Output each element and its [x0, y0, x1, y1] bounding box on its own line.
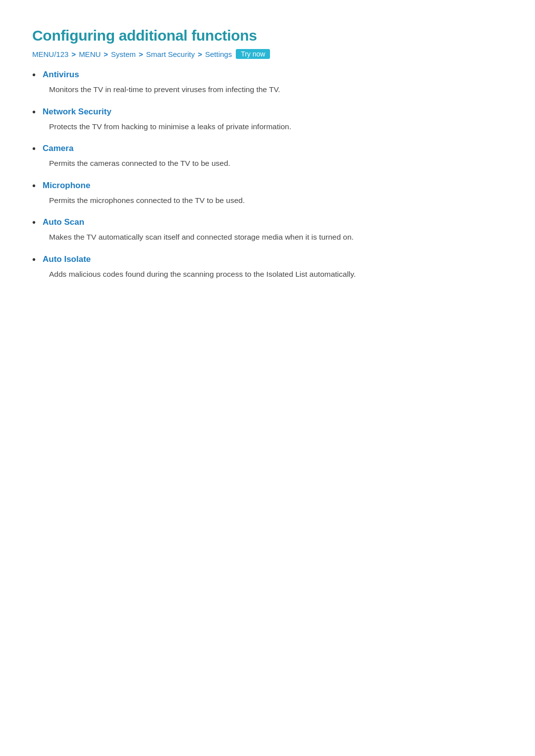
bullet-icon: •	[32, 144, 36, 153]
item-description-network-security: Protects the TV from hacking to minimise…	[32, 120, 503, 133]
bullet-icon: •	[32, 70, 36, 80]
breadcrumb-separator-3: >	[139, 50, 143, 58]
bullet-icon: •	[32, 181, 36, 191]
breadcrumb: MENU/123 > MENU > System > Smart Securit…	[32, 49, 503, 59]
item-title-auto-scan: Auto Scan	[43, 217, 84, 227]
breadcrumb-separator: >	[71, 50, 76, 58]
item-title-auto-isolate: Auto Isolate	[43, 254, 91, 264]
list-item-microphone: • Microphone Permits the microphones con…	[32, 181, 503, 207]
breadcrumb-item-system[interactable]: System	[111, 50, 136, 58]
page-title: Configuring additional functions	[32, 27, 503, 44]
breadcrumb-separator-2: >	[104, 50, 108, 58]
try-now-badge[interactable]: Try now	[236, 49, 270, 59]
breadcrumb-item-smart-security[interactable]: Smart Security	[146, 50, 195, 58]
list-item-camera: • Camera Permits the cameras connected t…	[32, 144, 503, 170]
item-description-camera: Permits the cameras connected to the TV …	[32, 157, 503, 170]
list-item-antivirus: • Antivirus Monitors the TV in real-time…	[32, 70, 503, 96]
item-title-antivirus: Antivirus	[43, 70, 79, 80]
list-item-network-security: • Network Security Protects the TV from …	[32, 107, 503, 133]
item-description-auto-scan: Makes the TV automatically scan itself a…	[32, 231, 503, 244]
item-description-microphone: Permits the microphones connected to the…	[32, 194, 503, 207]
item-description-antivirus: Monitors the TV in real-time to prevent …	[32, 83, 503, 96]
bullet-icon: •	[32, 217, 36, 227]
item-title-camera: Camera	[43, 144, 73, 153]
bullet-icon: •	[32, 254, 36, 264]
breadcrumb-separator-4: >	[198, 50, 202, 58]
breadcrumb-item-settings[interactable]: Settings	[205, 50, 232, 58]
bullet-icon: •	[32, 107, 36, 117]
item-description-auto-isolate: Adds malicious codes found during the sc…	[32, 268, 503, 281]
feature-list: • Antivirus Monitors the TV in real-time…	[32, 70, 503, 280]
list-item-auto-scan: • Auto Scan Makes the TV automatically s…	[32, 217, 503, 244]
breadcrumb-item-menu123[interactable]: MENU/123	[32, 50, 68, 58]
item-title-network-security: Network Security	[43, 107, 111, 117]
breadcrumb-item-menu[interactable]: MENU	[79, 50, 101, 58]
list-item-auto-isolate: • Auto Isolate Adds malicious codes foun…	[32, 254, 503, 281]
item-title-microphone: Microphone	[43, 181, 90, 191]
